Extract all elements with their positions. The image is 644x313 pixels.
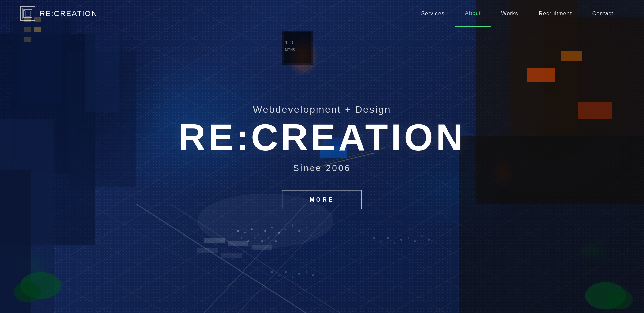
hero-section: 100 MENS Re:creation xyxy=(0,0,644,313)
nav-item-works: Works xyxy=(491,1,529,26)
nav-item-services: Services xyxy=(411,1,455,26)
logo-link[interactable]: Re:creation xyxy=(20,6,98,21)
nav-link-works[interactable]: Works xyxy=(491,1,529,26)
nav-links: Services About Works Recruitment Contact xyxy=(411,1,624,27)
nav-item-contact: Contact xyxy=(582,1,624,26)
svg-line-77 xyxy=(31,10,32,11)
more-button[interactable]: MORE xyxy=(282,190,362,209)
hero-since: Since 2006 xyxy=(179,162,466,173)
navigation: Re:creation Services About Works Recruit… xyxy=(0,0,644,27)
svg-line-76 xyxy=(24,10,25,11)
nav-link-services[interactable]: Services xyxy=(411,1,455,26)
svg-rect-75 xyxy=(25,11,31,16)
svg-rect-74 xyxy=(24,10,32,18)
hero-subtitle: Webdevelopment + Design xyxy=(179,104,466,115)
logo-text: Re:creation xyxy=(39,9,98,18)
nav-item-recruitment: Recruitment xyxy=(529,1,582,26)
hero-content: Webdevelopment + Design RE:CREATION Sinc… xyxy=(179,104,466,209)
logo-icon xyxy=(20,6,35,21)
nav-item-about: About xyxy=(455,1,491,27)
nav-link-recruitment[interactable]: Recruitment xyxy=(529,1,582,26)
nav-link-about[interactable]: About xyxy=(455,1,491,27)
hero-title: RE:CREATION xyxy=(179,118,466,156)
nav-link-contact[interactable]: Contact xyxy=(582,1,624,26)
